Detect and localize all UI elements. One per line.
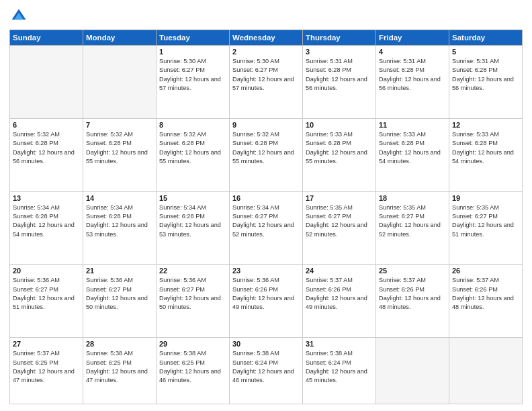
day-number: 19 bbox=[452, 194, 519, 202]
day-info: Sunrise: 5:34 AMSunset: 6:28 PMDaylight:… bbox=[86, 203, 153, 239]
day-info: Sunrise: 5:36 AMSunset: 6:26 PMDaylight:… bbox=[232, 276, 300, 312]
calendar-cell: 28Sunrise: 5:38 AMSunset: 6:25 PMDayligh… bbox=[83, 338, 157, 404]
day-info: Sunrise: 5:33 AMSunset: 6:28 PMDaylight:… bbox=[379, 130, 446, 166]
calendar-cell: 19Sunrise: 5:35 AMSunset: 6:27 PMDayligh… bbox=[449, 191, 523, 265]
day-info: Sunrise: 5:37 AMSunset: 6:25 PMDaylight:… bbox=[13, 349, 80, 385]
day-info: Sunrise: 5:34 AMSunset: 6:28 PMDaylight:… bbox=[13, 203, 80, 239]
calendar-cell bbox=[10, 46, 83, 119]
weekday-header-saturday: Saturday bbox=[449, 30, 523, 46]
day-number: 26 bbox=[452, 267, 519, 275]
day-info: Sunrise: 5:33 AMSunset: 6:28 PMDaylight:… bbox=[452, 130, 519, 166]
day-info: Sunrise: 5:36 AMSunset: 6:27 PMDaylight:… bbox=[86, 276, 153, 312]
day-number: 28 bbox=[86, 340, 153, 348]
calendar-cell: 7Sunrise: 5:32 AMSunset: 6:28 PMDaylight… bbox=[83, 118, 157, 191]
day-number: 21 bbox=[86, 267, 153, 275]
calendar-cell: 21Sunrise: 5:36 AMSunset: 6:27 PMDayligh… bbox=[83, 265, 157, 338]
day-number: 6 bbox=[13, 121, 80, 129]
day-info: Sunrise: 5:33 AMSunset: 6:28 PMDaylight:… bbox=[306, 130, 373, 166]
calendar-cell: 27Sunrise: 5:37 AMSunset: 6:25 PMDayligh… bbox=[10, 338, 83, 404]
calendar-cell: 2Sunrise: 5:30 AMSunset: 6:27 PMDaylight… bbox=[230, 46, 303, 119]
calendar: SundayMondayTuesdayWednesdayThursdayFrid… bbox=[9, 30, 523, 404]
weekday-header-sunday: Sunday bbox=[10, 30, 83, 46]
day-info: Sunrise: 5:38 AMSunset: 6:24 PMDaylight:… bbox=[232, 349, 300, 385]
weekday-header-friday: Friday bbox=[376, 30, 449, 46]
calendar-cell: 6Sunrise: 5:32 AMSunset: 6:28 PMDaylight… bbox=[10, 118, 83, 191]
day-info: Sunrise: 5:32 AMSunset: 6:28 PMDaylight:… bbox=[13, 130, 80, 166]
day-number: 27 bbox=[13, 340, 80, 348]
calendar-cell: 14Sunrise: 5:34 AMSunset: 6:28 PMDayligh… bbox=[83, 191, 157, 265]
calendar-cell: 24Sunrise: 5:37 AMSunset: 6:26 PMDayligh… bbox=[303, 265, 376, 338]
calendar-cell: 1Sunrise: 5:30 AMSunset: 6:27 PMDaylight… bbox=[157, 46, 230, 119]
calendar-cell: 23Sunrise: 5:36 AMSunset: 6:26 PMDayligh… bbox=[230, 265, 303, 338]
day-number: 25 bbox=[379, 267, 446, 275]
day-info: Sunrise: 5:38 AMSunset: 6:24 PMDaylight:… bbox=[306, 349, 373, 385]
page: SundayMondayTuesdayWednesdayThursdayFrid… bbox=[0, 0, 532, 411]
calendar-cell: 13Sunrise: 5:34 AMSunset: 6:28 PMDayligh… bbox=[10, 191, 83, 265]
day-number: 11 bbox=[379, 121, 446, 129]
header bbox=[9, 7, 523, 26]
calendar-cell: 25Sunrise: 5:37 AMSunset: 6:26 PMDayligh… bbox=[376, 265, 449, 338]
day-info: Sunrise: 5:32 AMSunset: 6:28 PMDaylight:… bbox=[232, 130, 300, 166]
calendar-cell: 10Sunrise: 5:33 AMSunset: 6:28 PMDayligh… bbox=[303, 118, 376, 191]
day-number: 18 bbox=[379, 194, 446, 202]
calendar-cell: 11Sunrise: 5:33 AMSunset: 6:28 PMDayligh… bbox=[376, 118, 449, 191]
weekday-header-row: SundayMondayTuesdayWednesdayThursdayFrid… bbox=[10, 30, 523, 46]
day-info: Sunrise: 5:30 AMSunset: 6:27 PMDaylight:… bbox=[232, 57, 300, 93]
day-number: 20 bbox=[13, 267, 80, 275]
week-row-1: 1Sunrise: 5:30 AMSunset: 6:27 PMDaylight… bbox=[10, 46, 523, 119]
calendar-cell: 9Sunrise: 5:32 AMSunset: 6:28 PMDaylight… bbox=[230, 118, 303, 191]
day-info: Sunrise: 5:38 AMSunset: 6:25 PMDaylight:… bbox=[86, 349, 153, 385]
calendar-cell bbox=[376, 338, 449, 404]
day-number: 7 bbox=[86, 121, 153, 129]
weekday-header-tuesday: Tuesday bbox=[157, 30, 230, 46]
day-number: 9 bbox=[232, 121, 300, 129]
calendar-cell: 17Sunrise: 5:35 AMSunset: 6:27 PMDayligh… bbox=[303, 191, 376, 265]
week-row-3: 13Sunrise: 5:34 AMSunset: 6:28 PMDayligh… bbox=[10, 191, 523, 265]
day-info: Sunrise: 5:31 AMSunset: 6:28 PMDaylight:… bbox=[379, 57, 446, 93]
day-number: 8 bbox=[159, 121, 226, 129]
day-number: 15 bbox=[159, 194, 226, 202]
day-info: Sunrise: 5:37 AMSunset: 6:26 PMDaylight:… bbox=[452, 276, 519, 312]
day-number: 12 bbox=[452, 121, 519, 129]
day-number: 10 bbox=[306, 121, 373, 129]
calendar-cell bbox=[449, 338, 523, 404]
day-number: 4 bbox=[379, 48, 446, 56]
day-info: Sunrise: 5:37 AMSunset: 6:26 PMDaylight:… bbox=[379, 276, 446, 312]
calendar-cell: 16Sunrise: 5:34 AMSunset: 6:27 PMDayligh… bbox=[230, 191, 303, 265]
calendar-cell bbox=[83, 46, 157, 119]
day-number: 23 bbox=[232, 267, 300, 275]
weekday-header-monday: Monday bbox=[83, 30, 157, 46]
weekday-header-thursday: Thursday bbox=[303, 30, 376, 46]
week-row-5: 27Sunrise: 5:37 AMSunset: 6:25 PMDayligh… bbox=[10, 338, 523, 404]
day-info: Sunrise: 5:35 AMSunset: 6:27 PMDaylight:… bbox=[379, 203, 446, 239]
day-number: 1 bbox=[159, 48, 226, 56]
day-info: Sunrise: 5:37 AMSunset: 6:26 PMDaylight:… bbox=[306, 276, 373, 312]
day-number: 24 bbox=[306, 267, 373, 275]
calendar-cell: 12Sunrise: 5:33 AMSunset: 6:28 PMDayligh… bbox=[449, 118, 523, 191]
calendar-cell: 18Sunrise: 5:35 AMSunset: 6:27 PMDayligh… bbox=[376, 191, 449, 265]
calendar-cell: 5Sunrise: 5:31 AMSunset: 6:28 PMDaylight… bbox=[449, 46, 523, 119]
day-number: 30 bbox=[232, 340, 300, 348]
day-number: 17 bbox=[306, 194, 373, 202]
day-number: 22 bbox=[159, 267, 226, 275]
day-info: Sunrise: 5:35 AMSunset: 6:27 PMDaylight:… bbox=[306, 203, 373, 239]
calendar-cell: 29Sunrise: 5:38 AMSunset: 6:25 PMDayligh… bbox=[157, 338, 230, 404]
day-number: 16 bbox=[232, 194, 300, 202]
week-row-4: 20Sunrise: 5:36 AMSunset: 6:27 PMDayligh… bbox=[10, 265, 523, 338]
day-info: Sunrise: 5:32 AMSunset: 6:28 PMDaylight:… bbox=[159, 130, 226, 166]
day-number: 14 bbox=[86, 194, 153, 202]
day-number: 29 bbox=[159, 340, 226, 348]
calendar-cell: 3Sunrise: 5:31 AMSunset: 6:28 PMDaylight… bbox=[303, 46, 376, 119]
calendar-cell: 20Sunrise: 5:36 AMSunset: 6:27 PMDayligh… bbox=[10, 265, 83, 338]
calendar-cell: 8Sunrise: 5:32 AMSunset: 6:28 PMDaylight… bbox=[157, 118, 230, 191]
day-info: Sunrise: 5:38 AMSunset: 6:25 PMDaylight:… bbox=[159, 349, 226, 385]
day-info: Sunrise: 5:30 AMSunset: 6:27 PMDaylight:… bbox=[159, 57, 226, 93]
logo bbox=[9, 7, 31, 26]
day-number: 31 bbox=[306, 340, 373, 348]
day-info: Sunrise: 5:36 AMSunset: 6:27 PMDaylight:… bbox=[159, 276, 226, 312]
weekday-header-wednesday: Wednesday bbox=[230, 30, 303, 46]
calendar-cell: 22Sunrise: 5:36 AMSunset: 6:27 PMDayligh… bbox=[157, 265, 230, 338]
day-info: Sunrise: 5:36 AMSunset: 6:27 PMDaylight:… bbox=[13, 276, 80, 312]
day-number: 5 bbox=[452, 48, 519, 56]
calendar-cell: 15Sunrise: 5:34 AMSunset: 6:28 PMDayligh… bbox=[157, 191, 230, 265]
